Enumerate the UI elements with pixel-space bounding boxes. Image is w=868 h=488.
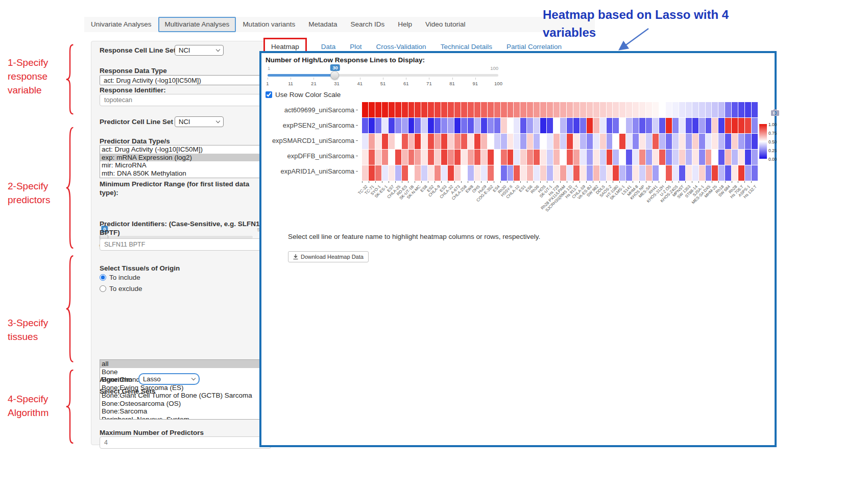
tab-partial-correlation[interactable]: Partial Correlation [507,43,562,51]
heatmap-cell [501,102,507,117]
heatmap-cell [494,102,500,117]
heatmap-hint-text: Select cell line or feature name to high… [288,233,540,240]
heatmap-cell [587,118,593,133]
heatmap-cell [395,134,401,149]
heatmap-cell [468,102,474,117]
heatmap-cell [441,134,447,149]
heatmap-cell [633,118,639,133]
heatmap-row-label[interactable]: expDFFB_uniSarcoma [261,148,358,163]
annotation-brace-3 [65,254,75,364]
color-scale-bar [759,124,767,159]
heatmap-cell [613,134,619,149]
heatmap-cell [752,134,758,149]
response-identifier-input[interactable] [100,94,271,106]
tick-label: 41 [357,81,363,86]
response-cell-line-set-select[interactable]: NCI [175,45,224,56]
heatmap-cell [448,102,454,117]
heatmap-cell [580,165,586,181]
heatmap-cell [600,134,606,149]
heatmap-cell [369,150,375,165]
tissue-option[interactable]: Bone:Sarcoma [100,407,271,416]
heatmap-cell [613,118,619,133]
heatmap-cell [600,165,606,181]
heatmap-cell [633,134,639,149]
heatmap-row-label[interactable]: expARID1A_uniSarcoma [261,163,358,179]
predictor-data-type-option[interactable]: mir: MicroRNA [100,161,271,169]
nav-tab-multivariate-analyses[interactable]: Multivariate Analyses [158,17,236,32]
heatmap-row-label[interactable]: act609699_uniSarcoma [261,102,358,117]
predictor-data-type-option[interactable]: act: Drug Activity (-log10[IC50M]) [100,145,271,154]
radio-to-exclude[interactable] [100,285,106,292]
heatmap-cell [421,165,427,181]
heatmap-cell [718,118,725,133]
top-nav: Univariate AnalysesMultivariate Analyses… [84,17,595,32]
heatmap-cell [692,150,698,165]
response-data-type-select[interactable]: act: Drug Activity (-log10[IC50M]) [100,75,271,85]
predictor-data-type-option[interactable]: exp: mRNA Expression (log2) [100,154,271,162]
heatmap-cell [375,150,381,165]
predictor-data-types-listbox[interactable]: act: Drug Activity (-log10[IC50M])exp: m… [100,145,271,178]
page: Univariate AnalysesMultivariate Analyses… [0,0,868,488]
radio-to-include[interactable] [100,274,106,281]
heatmap-cell [488,102,494,117]
heatmap-grid[interactable] [362,102,758,181]
heatmap-cell [593,118,599,133]
nav-tab-search-ids[interactable]: Search IDs [344,17,391,32]
predictor-identifiers-input[interactable] [100,238,271,251]
legend-tick-label: 0.75 [768,131,777,136]
tab-data[interactable]: Data [321,43,336,51]
heatmap-cell [666,165,672,181]
heatmap-cell [666,118,672,133]
heatmap-cell [619,150,625,165]
tissue-option[interactable]: Bone:Osteosarcoma (OS) [100,400,271,408]
heatmap-cell [448,118,454,133]
tab-plot[interactable]: Plot [350,43,361,51]
heatmap-cell [699,118,705,133]
heatmap-cell [540,165,546,181]
heatmap-cell [382,134,388,149]
nav-tab-help[interactable]: Help [391,17,419,32]
heatmap-cell [659,118,665,133]
heatmap-cell [508,134,514,149]
heatmap-cell [732,102,738,117]
predictor-cell-line-set-select[interactable]: NCI [175,116,224,127]
heatmap-cell [547,102,553,117]
heatmap-row-label[interactable]: expSMARCD1_uniSarcoma [261,133,358,148]
download-heatmap-data-button[interactable]: Download Heatmap Data [288,251,369,262]
heatmap-cell [718,165,725,181]
heatmap-cell [587,134,593,149]
tick-label: 71 [426,81,432,86]
heatmap-cell [619,165,625,181]
algorithm-select[interactable]: Lasso [138,373,200,385]
annotation-brace-2 [65,125,75,251]
heatmap-cell [421,118,427,133]
annotation-brace-1 [65,43,75,115]
tissue-option[interactable]: Peripheral_Nervous_System [100,416,271,420]
heatmap-cell [639,134,645,149]
heatmap-cell [494,165,500,181]
heatmap-row-label[interactable]: expPSEN2_uniSarcoma [261,117,358,133]
nav-tab-video-tutorial[interactable]: Video tutorial [419,17,472,32]
nav-tab-metadata[interactable]: Metadata [302,17,344,32]
camera-icon[interactable] [771,109,779,116]
max-predictors-input[interactable] [100,436,271,449]
heatmap-cell [626,118,632,133]
heatmap-cell [402,118,408,133]
heatmap-cell [468,150,474,165]
nav-tab-univariate-analyses[interactable]: Univariate Analyses [84,17,158,32]
heatmap-cell [435,165,441,181]
heatmap-cell [686,118,692,133]
heatmap-cell [415,118,421,133]
heatmap-cell [553,134,560,149]
heatmap-cell [692,118,698,133]
tab-technical-details[interactable]: Technical Details [441,43,492,51]
annotation-step2: 2-Specify predictors [8,180,50,207]
heatmap-cell [534,102,540,117]
predictor-data-type-option[interactable]: mth: DNA 850K Methylation [100,169,271,178]
row-color-scale-checkbox[interactable] [266,91,272,98]
nav-tab-mutation-variants[interactable]: Mutation variants [236,17,302,32]
heatmap-cell [646,134,652,149]
tab-cross-validation[interactable]: Cross-Validation [376,43,426,51]
heatmap-cell [593,165,599,181]
tissue-option[interactable]: all [100,360,271,368]
